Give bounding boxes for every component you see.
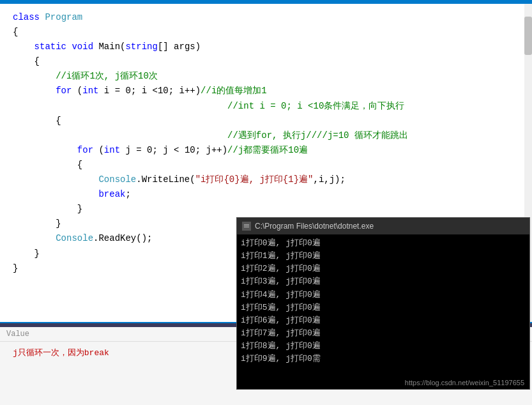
console-line-2: i打印1遍, j打印0遍 bbox=[241, 250, 526, 263]
console-line-1: i打印0遍, j打印0遍 bbox=[241, 237, 526, 250]
console-line-5: i打印4遍, j打印0遍 bbox=[241, 289, 526, 302]
console-line-4: i打印3遍, j打印0遍 bbox=[241, 275, 526, 288]
console-line-9: i打印8遍, j打印0遍 bbox=[241, 340, 526, 353]
console-line-6: i打印5遍, j打印0遍 bbox=[241, 302, 526, 314]
svg-rect-3 bbox=[244, 227, 249, 227]
console-line-10: i打印9遍, j打印0需 bbox=[241, 353, 526, 365]
svg-rect-2 bbox=[244, 225, 249, 226]
console-line-3: i打印2遍, j打印0遍 bbox=[241, 263, 526, 275]
console-title-bar: C:\Program Files\dotnet\dotnet.exe bbox=[237, 218, 529, 234]
annotation-text: j只循环一次，因为break bbox=[13, 348, 109, 358]
console-line-8: i打印7遍, j打印0遍 bbox=[241, 327, 526, 340]
console-footer: https://blog.csdn.net/weixin_51197655 bbox=[405, 379, 524, 386]
editor-area: class Program { static void Main(string[… bbox=[0, 0, 532, 405]
console-app-icon bbox=[242, 222, 251, 231]
svg-rect-1 bbox=[244, 224, 249, 225]
console-title-text: C:\Program Files\dotnet\dotnet.exe bbox=[255, 222, 374, 231]
scrollbar-thumb[interactable] bbox=[524, 17, 532, 55]
console-window: C:\Program Files\dotnet\dotnet.exe i打印0遍… bbox=[236, 217, 530, 390]
console-body: i打印0遍, j打印0遍 i打印1遍, j打印0遍 i打印2遍, j打印0遍 i… bbox=[237, 234, 529, 389]
value-label: Value bbox=[6, 330, 29, 339]
console-line-7: i打印6遍, j打印0遍 bbox=[241, 314, 526, 327]
